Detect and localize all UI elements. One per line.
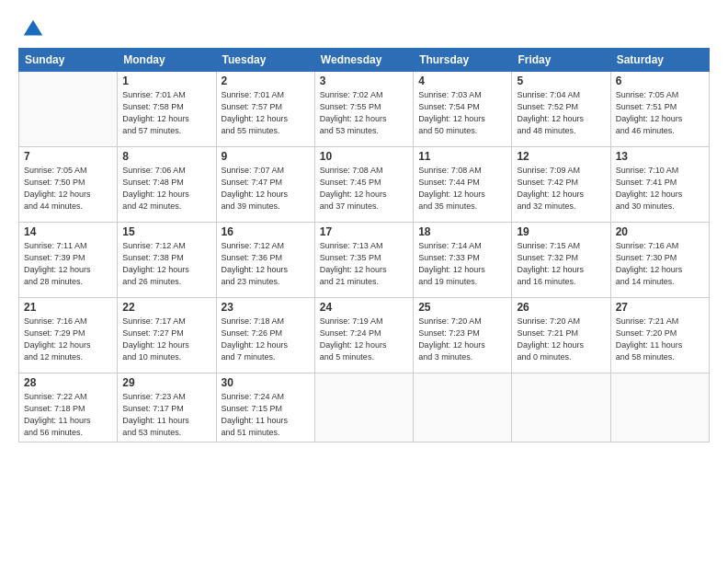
page: SundayMondayTuesdayWednesdayThursdayFrid… bbox=[0, 0, 728, 563]
day-info: Sunrise: 7:14 AM Sunset: 7:33 PM Dayligh… bbox=[418, 240, 506, 288]
calendar-cell: 18Sunrise: 7:14 AM Sunset: 7:33 PM Dayli… bbox=[414, 223, 512, 298]
calendar-cell: 3Sunrise: 7:02 AM Sunset: 7:55 PM Daylig… bbox=[314, 72, 413, 147]
day-number: 17 bbox=[320, 225, 408, 238]
calendar-week-row: 28Sunrise: 7:22 AM Sunset: 7:18 PM Dayli… bbox=[19, 373, 710, 442]
day-info: Sunrise: 7:08 AM Sunset: 7:45 PM Dayligh… bbox=[320, 165, 408, 213]
day-info: Sunrise: 7:16 AM Sunset: 7:29 PM Dayligh… bbox=[24, 316, 112, 363]
day-info: Sunrise: 7:05 AM Sunset: 7:50 PM Dayligh… bbox=[24, 165, 112, 213]
weekday-header: Tuesday bbox=[216, 49, 314, 72]
day-info: Sunrise: 7:21 AM Sunset: 7:20 PM Dayligh… bbox=[616, 316, 704, 363]
calendar-cell: 24Sunrise: 7:19 AM Sunset: 7:24 PM Dayli… bbox=[314, 298, 413, 373]
day-number: 9 bbox=[222, 150, 310, 163]
calendar-cell: 23Sunrise: 7:18 AM Sunset: 7:26 PM Dayli… bbox=[216, 298, 314, 373]
calendar-cell: 21Sunrise: 7:16 AM Sunset: 7:29 PM Dayli… bbox=[19, 298, 118, 373]
calendar-week-row: 1Sunrise: 7:01 AM Sunset: 7:58 PM Daylig… bbox=[19, 72, 710, 147]
calendar-cell: 28Sunrise: 7:22 AM Sunset: 7:18 PM Dayli… bbox=[19, 373, 118, 442]
day-number: 4 bbox=[418, 75, 506, 87]
calendar-cell: 29Sunrise: 7:23 AM Sunset: 7:17 PM Dayli… bbox=[118, 373, 216, 442]
weekday-header: Sunday bbox=[19, 49, 118, 72]
day-info: Sunrise: 7:16 AM Sunset: 7:30 PM Dayligh… bbox=[616, 240, 704, 288]
day-number: 11 bbox=[418, 150, 506, 163]
day-info: Sunrise: 7:06 AM Sunset: 7:48 PM Dayligh… bbox=[122, 165, 210, 213]
day-info: Sunrise: 7:18 AM Sunset: 7:26 PM Dayligh… bbox=[222, 316, 310, 363]
day-info: Sunrise: 7:09 AM Sunset: 7:42 PM Dayligh… bbox=[517, 165, 605, 213]
calendar-cell: 11Sunrise: 7:08 AM Sunset: 7:44 PM Dayli… bbox=[414, 147, 512, 223]
svg-marker-0 bbox=[24, 20, 43, 36]
calendar-week-row: 21Sunrise: 7:16 AM Sunset: 7:29 PM Dayli… bbox=[19, 298, 710, 373]
day-info: Sunrise: 7:13 AM Sunset: 7:35 PM Dayligh… bbox=[320, 240, 408, 288]
weekday-header: Saturday bbox=[610, 49, 709, 72]
day-info: Sunrise: 7:23 AM Sunset: 7:17 PM Dayligh… bbox=[122, 391, 210, 439]
logo bbox=[18, 17, 46, 39]
calendar-cell: 15Sunrise: 7:12 AM Sunset: 7:38 PM Dayli… bbox=[118, 223, 216, 298]
calendar-cell: 16Sunrise: 7:12 AM Sunset: 7:36 PM Dayli… bbox=[216, 223, 314, 298]
weekday-header: Monday bbox=[118, 49, 216, 72]
calendar-cell: 6Sunrise: 7:05 AM Sunset: 7:51 PM Daylig… bbox=[610, 72, 709, 147]
calendar-cell bbox=[512, 373, 610, 442]
day-info: Sunrise: 7:24 AM Sunset: 7:15 PM Dayligh… bbox=[222, 391, 310, 439]
calendar-cell: 4Sunrise: 7:03 AM Sunset: 7:54 PM Daylig… bbox=[414, 72, 512, 147]
weekday-header: Thursday bbox=[414, 49, 512, 72]
calendar-cell: 2Sunrise: 7:01 AM Sunset: 7:57 PM Daylig… bbox=[216, 72, 314, 147]
day-number: 25 bbox=[418, 301, 506, 314]
day-number: 22 bbox=[122, 301, 210, 314]
day-number: 27 bbox=[616, 301, 704, 314]
day-number: 28 bbox=[24, 376, 112, 389]
day-number: 3 bbox=[320, 75, 408, 87]
calendar: SundayMondayTuesdayWednesdayThursdayFrid… bbox=[18, 48, 710, 442]
day-info: Sunrise: 7:02 AM Sunset: 7:55 PM Dayligh… bbox=[320, 89, 408, 137]
day-number: 7 bbox=[24, 150, 112, 163]
day-info: Sunrise: 7:10 AM Sunset: 7:41 PM Dayligh… bbox=[616, 165, 704, 213]
day-info: Sunrise: 7:20 AM Sunset: 7:23 PM Dayligh… bbox=[418, 316, 506, 363]
calendar-cell: 17Sunrise: 7:13 AM Sunset: 7:35 PM Dayli… bbox=[314, 223, 413, 298]
calendar-cell: 13Sunrise: 7:10 AM Sunset: 7:41 PM Dayli… bbox=[610, 147, 709, 223]
logo-text bbox=[18, 17, 46, 42]
calendar-cell: 9Sunrise: 7:07 AM Sunset: 7:47 PM Daylig… bbox=[216, 147, 314, 223]
calendar-cell bbox=[19, 72, 118, 147]
calendar-week-row: 14Sunrise: 7:11 AM Sunset: 7:39 PM Dayli… bbox=[19, 223, 710, 298]
day-info: Sunrise: 7:20 AM Sunset: 7:21 PM Dayligh… bbox=[517, 316, 605, 363]
calendar-cell: 12Sunrise: 7:09 AM Sunset: 7:42 PM Dayli… bbox=[512, 147, 610, 223]
day-info: Sunrise: 7:01 AM Sunset: 7:58 PM Dayligh… bbox=[122, 89, 210, 137]
day-number: 24 bbox=[320, 301, 408, 314]
day-number: 30 bbox=[222, 376, 310, 389]
calendar-cell bbox=[610, 373, 709, 442]
day-number: 5 bbox=[517, 75, 605, 87]
weekday-header-row: SundayMondayTuesdayWednesdayThursdayFrid… bbox=[19, 49, 710, 72]
calendar-cell: 25Sunrise: 7:20 AM Sunset: 7:23 PM Dayli… bbox=[414, 298, 512, 373]
day-number: 18 bbox=[418, 225, 506, 238]
day-number: 6 bbox=[616, 75, 704, 87]
day-number: 15 bbox=[122, 225, 210, 238]
day-number: 21 bbox=[24, 301, 112, 314]
day-number: 19 bbox=[517, 225, 605, 238]
day-info: Sunrise: 7:03 AM Sunset: 7:54 PM Dayligh… bbox=[418, 89, 506, 137]
day-info: Sunrise: 7:12 AM Sunset: 7:36 PM Dayligh… bbox=[222, 240, 310, 288]
day-number: 1 bbox=[122, 75, 210, 87]
calendar-cell: 26Sunrise: 7:20 AM Sunset: 7:21 PM Dayli… bbox=[512, 298, 610, 373]
day-info: Sunrise: 7:04 AM Sunset: 7:52 PM Dayligh… bbox=[517, 89, 605, 137]
weekday-header: Friday bbox=[512, 49, 610, 72]
calendar-cell: 14Sunrise: 7:11 AM Sunset: 7:39 PM Dayli… bbox=[19, 223, 118, 298]
calendar-cell: 30Sunrise: 7:24 AM Sunset: 7:15 PM Dayli… bbox=[216, 373, 314, 442]
calendar-cell: 1Sunrise: 7:01 AM Sunset: 7:58 PM Daylig… bbox=[118, 72, 216, 147]
day-info: Sunrise: 7:22 AM Sunset: 7:18 PM Dayligh… bbox=[24, 391, 112, 439]
day-number: 8 bbox=[122, 150, 210, 163]
day-number: 10 bbox=[320, 150, 408, 163]
calendar-cell: 5Sunrise: 7:04 AM Sunset: 7:52 PM Daylig… bbox=[512, 72, 610, 147]
calendar-cell: 20Sunrise: 7:16 AM Sunset: 7:30 PM Dayli… bbox=[610, 223, 709, 298]
day-number: 23 bbox=[222, 301, 310, 314]
calendar-cell bbox=[314, 373, 413, 442]
day-info: Sunrise: 7:15 AM Sunset: 7:32 PM Dayligh… bbox=[517, 240, 605, 288]
day-number: 29 bbox=[122, 376, 210, 389]
day-info: Sunrise: 7:19 AM Sunset: 7:24 PM Dayligh… bbox=[320, 316, 408, 363]
day-number: 26 bbox=[517, 301, 605, 314]
day-info: Sunrise: 7:01 AM Sunset: 7:57 PM Dayligh… bbox=[222, 89, 310, 137]
weekday-header: Wednesday bbox=[314, 49, 413, 72]
day-number: 12 bbox=[517, 150, 605, 163]
calendar-week-row: 7Sunrise: 7:05 AM Sunset: 7:50 PM Daylig… bbox=[19, 147, 710, 223]
day-info: Sunrise: 7:05 AM Sunset: 7:51 PM Dayligh… bbox=[616, 89, 704, 137]
day-number: 14 bbox=[24, 225, 112, 238]
header bbox=[18, 17, 710, 39]
day-info: Sunrise: 7:08 AM Sunset: 7:44 PM Dayligh… bbox=[418, 165, 506, 213]
day-number: 13 bbox=[616, 150, 704, 163]
